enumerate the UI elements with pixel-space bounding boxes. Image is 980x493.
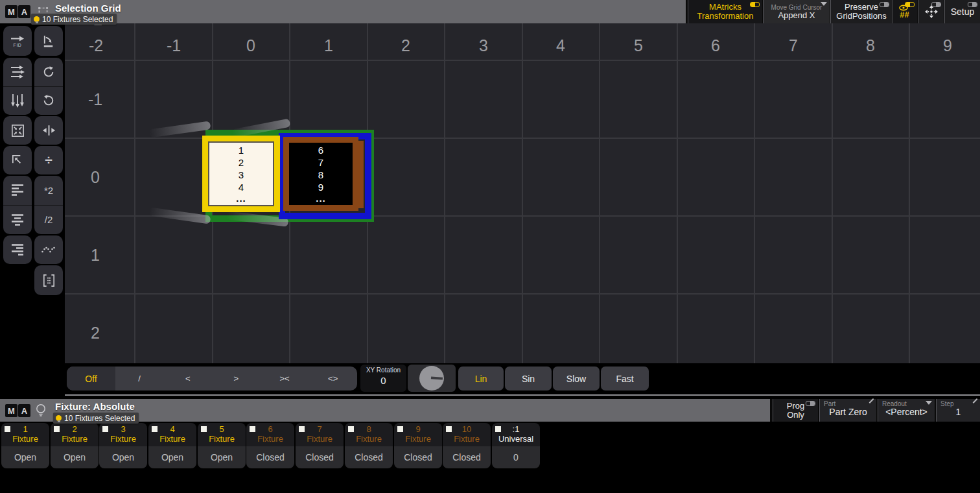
checkbox-icon[interactable]: [250, 426, 255, 432]
prog-only-button[interactable]: Prog Only: [773, 399, 818, 422]
channel-card-fixture-7[interactable]: 7 Fixture Closed: [296, 423, 344, 468]
mirror-horizontal-button[interactable]: [34, 116, 63, 145]
grid-cell-fixtures-1-4[interactable]: 1 2 3 4 ...: [202, 136, 280, 212]
move-to-corner-button[interactable]: [3, 146, 32, 174]
mode-slow-button[interactable]: Slow: [553, 367, 600, 391]
wings-off-button[interactable]: Off: [67, 367, 115, 391]
tool-group: [3, 146, 32, 174]
checkbox-icon[interactable]: [348, 426, 354, 432]
tool-group: ÷: [34, 146, 63, 174]
arrange-horizontal-button[interactable]: [3, 58, 32, 86]
arrange-vertical-button[interactable]: [3, 86, 32, 115]
fid-order-button[interactable]: FID: [3, 26, 32, 56]
align-center-button[interactable]: [3, 205, 32, 235]
checkbox-icon[interactable]: [299, 426, 305, 432]
toggle-off-icon: [806, 401, 815, 406]
checkbox-icon[interactable]: [201, 426, 207, 432]
channel-card-fixture-6[interactable]: 6 Fixture Closed: [246, 423, 294, 468]
tool-group: *2 /2: [34, 176, 63, 234]
channel-card-fixture-10[interactable]: 10 Fixture Closed: [443, 423, 491, 468]
rotate-counterclockwise-button[interactable]: [34, 86, 63, 115]
fixture-status-text: 10 Fixtures Selected: [64, 414, 135, 423]
align-right-button[interactable]: [3, 235, 32, 264]
corner-arrow-icon: [10, 153, 25, 168]
wings-slash-button[interactable]: /: [115, 367, 164, 391]
prog-only-label-1: Prog: [787, 402, 804, 411]
checkbox-icon[interactable]: [446, 426, 452, 432]
show-fixture-id-button[interactable]: ##: [892, 0, 917, 23]
fixture-number: 6: [318, 144, 323, 156]
matricks-transformation-button[interactable]: MAtricks Transformation: [688, 0, 762, 23]
move-grid-cursor-button[interactable]: Move Grid Cursor Append X: [763, 0, 830, 23]
channel-type: Universal: [492, 434, 540, 444]
setup-button[interactable]: Setup: [944, 0, 980, 23]
mode-lin-button[interactable]: Lin: [458, 367, 504, 391]
arrows-right-icon: [10, 65, 25, 79]
channel-card-fixture-5[interactable]: 5 Fixture Open: [198, 423, 246, 468]
align-left-icon: [10, 184, 25, 197]
channel-type: Fixture: [394, 434, 442, 444]
channel-card-fixture-9[interactable]: 9 Fixture Closed: [394, 423, 442, 468]
channel-card-fixture-3[interactable]: 3 Fixture Open: [99, 423, 147, 468]
pan-grid-button[interactable]: [918, 0, 944, 23]
block-selection-button[interactable]: [34, 265, 63, 295]
grid-line: [65, 60, 980, 61]
grid-line: [444, 23, 445, 363]
more-fixtures-ellipsis: ...: [316, 193, 326, 203]
xy-rotation-display[interactable]: XY Rotation 0: [360, 365, 406, 392]
fixture-number: 1: [239, 144, 244, 156]
tool-group: [3, 116, 32, 145]
divide-by-two-button[interactable]: /2: [34, 205, 63, 235]
channel-value: 0: [492, 446, 540, 468]
grid-column-label: 9: [928, 35, 967, 56]
checkbox-icon[interactable]: [397, 426, 403, 432]
checkbox-icon[interactable]: [102, 426, 108, 432]
grid-line: [677, 23, 678, 363]
rotate-clockwise-button[interactable]: [34, 58, 63, 86]
phaser-wave-button[interactable]: [34, 235, 63, 264]
align-left-button[interactable]: [3, 176, 32, 205]
wings-left-button[interactable]: <: [163, 367, 212, 391]
mode-fast-button[interactable]: Fast: [601, 367, 649, 391]
align-center-icon: [10, 213, 25, 226]
fixture-number: 2: [239, 156, 244, 169]
tool-group: [3, 58, 32, 115]
svg-text:##: ##: [900, 10, 909, 19]
checkbox-icon[interactable]: [495, 426, 501, 432]
cursor-edge-marker: [358, 141, 364, 208]
preserve-gridpositions-button[interactable]: Preserve GridPositions: [830, 0, 892, 23]
channel-card-universal-1[interactable]: :1 Universal 0: [492, 423, 540, 468]
channel-card-fixture-2[interactable]: 2 Fixture Open: [51, 423, 99, 468]
selection-grid-titlebar[interactable]: MA Selection Grid MAtricks Transformatio…: [0, 0, 980, 23]
grid-line: [599, 23, 600, 363]
part-selector[interactable]: Part Part Zero: [819, 399, 876, 422]
compress-selection-button[interactable]: [3, 116, 32, 145]
wings-inward-button[interactable]: ><: [261, 367, 309, 391]
fixture-window-titlebar[interactable]: MA Fixture: Absolute Prog Only Part Part…: [0, 399, 980, 422]
step-selector[interactable]: Step 1: [936, 399, 980, 422]
wings-outward-button[interactable]: <>: [309, 367, 357, 391]
rotate-angle-button[interactable]: [34, 26, 63, 56]
channel-card-fixture-1[interactable]: 1 Fixture Open: [1, 423, 49, 468]
divide-icon: ÷: [45, 152, 52, 168]
grid-cell-fixtures-6-9[interactable]: 6 7 8 9 ...: [283, 137, 358, 211]
align-right-icon: [10, 243, 25, 256]
knob-pointer: [431, 376, 443, 379]
channel-card-fixture-8[interactable]: 8 Fixture Closed: [345, 423, 393, 468]
checkbox-icon[interactable]: [5, 426, 10, 432]
mode-sin-button[interactable]: Sin: [505, 367, 552, 391]
multiply-by-two-button[interactable]: *2: [34, 176, 63, 205]
checkbox-icon[interactable]: [152, 426, 158, 432]
window-resize-edge[interactable]: [65, 394, 980, 396]
selection-grid-canvas[interactable]: -2 -1 0 1 2 3 4 5 6 7 8 9 -2 -1 0 1 2 1: [65, 23, 980, 363]
ma-logo: MA: [5, 404, 30, 417]
checkbox-icon[interactable]: [54, 426, 60, 432]
channel-card-fixture-4[interactable]: 4 Fixture Open: [148, 423, 196, 468]
grid-column-label: 7: [774, 35, 813, 56]
wings-right-button[interactable]: >: [212, 367, 261, 391]
channel-value: Open: [1, 446, 49, 468]
setup-label: Setup: [951, 7, 975, 16]
mirror-vertical-button[interactable]: ÷: [34, 146, 63, 174]
readout-selector[interactable]: Readout <Percent>: [878, 399, 935, 422]
xy-rotation-knob[interactable]: [408, 365, 456, 392]
